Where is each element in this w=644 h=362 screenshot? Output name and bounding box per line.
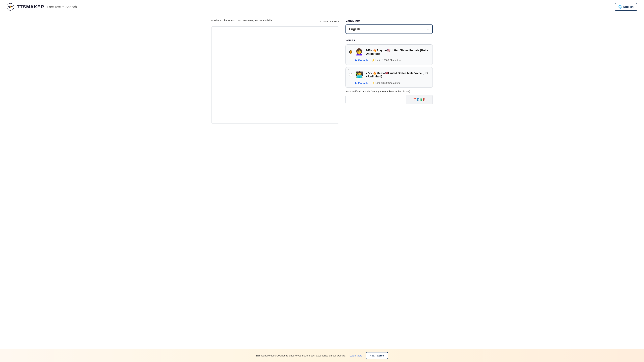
- char-info-row: Maximum characters 10000 remaining 10000…: [211, 19, 339, 24]
- right-panel: Language English Spanish French German C…: [346, 19, 433, 124]
- globe-icon: 🌐: [618, 5, 622, 9]
- voice-card-1[interactable]: 1 👩‍🦱 148 - 🔥Alayna-🇺🇸United States Fema…: [346, 44, 433, 65]
- voice-bottom-1: ▶ Example ⚡ Limit : 10000 Characters: [349, 58, 429, 62]
- limit-info-1: ⚡ Limit : 10000 Characters: [372, 59, 401, 61]
- captcha-digit-4: 3: [422, 97, 425, 102]
- chevron-down-icon: ▾: [338, 20, 339, 23]
- captcha-digit-3: 4: [419, 97, 422, 102]
- play-icon-2: ▶: [355, 81, 357, 85]
- voice-name-2: 777 - 🔥Miles-🇺🇸United States Male Voice …: [366, 71, 429, 78]
- voice-radio-2[interactable]: [349, 73, 352, 76]
- limit-icon-1: ⚡: [372, 59, 375, 61]
- voice-radio-1[interactable]: [349, 50, 352, 54]
- lang-button-label: English: [623, 5, 634, 8]
- captcha-digit-2: 8: [416, 97, 419, 102]
- voices-label: Voices: [346, 38, 433, 42]
- clock-icon: ⏱: [320, 20, 322, 23]
- logo-area: TTSMAKER Free Text to Speech: [7, 3, 77, 10]
- verify-input[interactable]: [346, 95, 406, 104]
- language-select[interactable]: English Spanish French German Chinese Ja…: [346, 24, 433, 34]
- left-panel: Maximum characters 10000 remaining 10000…: [211, 19, 339, 124]
- limit-label-1: Limit : 10000 Characters: [376, 59, 401, 61]
- voice-top-1: 👩‍🦱 148 - 🔥Alayna-🇺🇸United States Female…: [349, 48, 429, 56]
- example-label-2: Example: [358, 82, 368, 84]
- play-icon-1: ▶: [355, 58, 357, 62]
- language-select-wrapper: English Spanish French German Chinese Ja…: [346, 24, 433, 34]
- voice-number-1: 1: [348, 46, 349, 49]
- example-button-2[interactable]: ▶ Example: [355, 81, 368, 85]
- main-content: Maximum characters 10000 remaining 10000…: [204, 14, 440, 129]
- verify-row: 7 8 4 3: [346, 95, 433, 104]
- voice-name-1: 148 - 🔥Alayna-🇺🇸United States Female (Ho…: [366, 49, 429, 55]
- text-input[interactable]: [211, 26, 339, 124]
- logo-text: TTSMAKER: [17, 4, 44, 9]
- example-button-1[interactable]: ▶ Example: [355, 58, 368, 62]
- voice-card-2[interactable]: 2 🧑‍💻 777 - 🔥Miles-🇺🇸United States Male …: [346, 67, 433, 88]
- svg-point-1: [10, 6, 11, 7]
- limit-label-2: Limit : 3000 Characters: [376, 82, 400, 84]
- insert-pause-button[interactable]: ⏱ Insert Pause ▾: [320, 20, 339, 23]
- logo-subtitle: Free Text to Speech: [47, 5, 77, 9]
- voice-avatar-1: 👩‍🦱: [355, 48, 364, 56]
- ttsmaker-logo-icon: [7, 3, 14, 10]
- language-label: Language: [346, 19, 433, 22]
- voice-number-2: 2: [348, 69, 349, 71]
- voice-bottom-2: ▶ Example ⚡ Limit : 3000 Characters: [349, 81, 429, 85]
- insert-pause-label: Insert Pause: [323, 20, 336, 23]
- captcha-image: 7 8 4 3: [406, 95, 432, 104]
- captcha-digit-1: 7: [413, 97, 417, 102]
- voice-avatar-2: 🧑‍💻: [355, 70, 364, 79]
- voice-top-2: 🧑‍💻 777 - 🔥Miles-🇺🇸United States Male Vo…: [349, 70, 429, 79]
- limit-info-2: ⚡ Limit : 3000 Characters: [372, 82, 400, 84]
- verify-label: Input verification code (identify the nu…: [346, 90, 433, 93]
- char-info: Maximum characters 10000 remaining 10000…: [211, 19, 272, 22]
- language-button[interactable]: 🌐 English: [615, 3, 637, 11]
- header: TTSMAKER Free Text to Speech 🌐 English: [0, 0, 644, 14]
- example-label-1: Example: [358, 59, 368, 62]
- limit-icon-2: ⚡: [372, 82, 375, 84]
